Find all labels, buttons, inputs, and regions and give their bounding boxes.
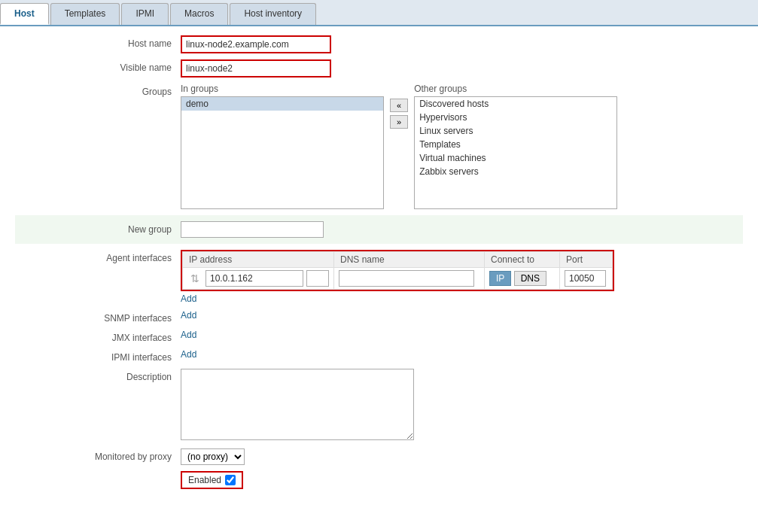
group-transfer-buttons: « » bbox=[390, 84, 408, 129]
dns-name-input[interactable] bbox=[339, 270, 474, 287]
description-textarea[interactable] bbox=[181, 369, 414, 440]
agent-interfaces-label: Agent interfaces bbox=[15, 250, 181, 263]
groups-wrap: In groups demo « » Other groups Discover… bbox=[181, 84, 743, 209]
enabled-label: Enabled bbox=[188, 475, 221, 485]
other-groups-item-0[interactable]: Discovered hosts bbox=[415, 97, 616, 111]
ipmi-interfaces-row: IPMI interfaces Add bbox=[15, 349, 743, 363]
visible-name-label: Visible name bbox=[15, 59, 181, 73]
visible-name-wrap bbox=[181, 59, 743, 78]
tab-templates[interactable]: Templates bbox=[50, 3, 120, 25]
main-content: Host name Visible name Groups In groups … bbox=[0, 26, 758, 504]
snmp-add-link[interactable]: Add bbox=[181, 310, 196, 321]
ipmi-interfaces-label: IPMI interfaces bbox=[15, 349, 181, 363]
tab-ipmi[interactable]: IPMI bbox=[121, 3, 169, 25]
connect-dns-button[interactable]: DNS bbox=[514, 271, 546, 286]
move-right-button[interactable]: » bbox=[390, 115, 408, 129]
agent-dns-cell bbox=[334, 268, 485, 290]
in-groups-panel: In groups demo bbox=[181, 84, 384, 209]
tab-host-inventory[interactable]: Host inventory bbox=[230, 3, 316, 25]
host-name-label: Host name bbox=[15, 35, 181, 49]
enabled-box: Enabled bbox=[181, 471, 243, 489]
groups-container: In groups demo « » Other groups Discover… bbox=[181, 84, 743, 209]
tab-macros[interactable]: Macros bbox=[170, 3, 228, 25]
jmx-add-link[interactable]: Add bbox=[181, 330, 196, 340]
proxy-row: Monitored by proxy (no proxy) bbox=[15, 448, 743, 465]
ip-address-header: IP address bbox=[183, 252, 334, 268]
host-name-row: Host name bbox=[15, 35, 743, 53]
agent-add-link[interactable]: Add bbox=[181, 293, 196, 304]
connect-ip-button[interactable]: IP bbox=[489, 271, 511, 286]
drag-handle-icon[interactable]: ⇅ bbox=[187, 272, 202, 284]
dns-name-header: DNS name bbox=[334, 252, 485, 268]
proxy-label: Monitored by proxy bbox=[15, 448, 181, 462]
jmx-interfaces-row: JMX interfaces Add bbox=[15, 330, 743, 343]
in-groups-item-demo[interactable]: demo bbox=[181, 97, 383, 111]
groups-label: Groups bbox=[15, 84, 181, 97]
host-name-input[interactable] bbox=[181, 35, 331, 53]
other-groups-item-3[interactable]: Templates bbox=[415, 138, 616, 151]
tab-host[interactable]: Host bbox=[0, 3, 49, 25]
other-groups-item-2[interactable]: Linux servers bbox=[415, 124, 616, 138]
enabled-spacer bbox=[15, 471, 181, 474]
visible-name-row: Visible name bbox=[15, 59, 743, 78]
ip-address-input[interactable] bbox=[205, 270, 303, 287]
other-groups-listbox[interactable]: Discovered hosts Hypervisors Linux serve… bbox=[414, 96, 617, 209]
description-wrap bbox=[181, 369, 743, 442]
connect-to-header: Connect to bbox=[485, 252, 560, 268]
ip-suffix-input[interactable] bbox=[306, 270, 329, 287]
ipmi-interfaces-wrap: Add bbox=[181, 349, 743, 360]
snmp-interfaces-wrap: Add bbox=[181, 310, 743, 321]
ipmi-add-link[interactable]: Add bbox=[181, 349, 196, 360]
snmp-interfaces-label: SNMP interfaces bbox=[15, 310, 181, 324]
proxy-select[interactable]: (no proxy) bbox=[181, 448, 245, 465]
jmx-interfaces-wrap: Add bbox=[181, 330, 743, 340]
new-group-row: New group bbox=[15, 215, 743, 244]
other-groups-panel: Other groups Discovered hosts Hypervisor… bbox=[414, 84, 617, 209]
move-left-button[interactable]: « bbox=[390, 99, 408, 112]
visible-name-input[interactable] bbox=[181, 59, 331, 78]
jmx-interfaces-label: JMX interfaces bbox=[15, 330, 181, 343]
port-header: Port bbox=[560, 252, 613, 268]
other-groups-item-1[interactable]: Hypervisors bbox=[415, 111, 616, 124]
agent-connect-cell: IP DNS bbox=[485, 268, 560, 290]
new-group-label: New group bbox=[15, 221, 181, 235]
agent-interface-row: ⇅ IP DNS bbox=[183, 268, 613, 290]
proxy-wrap: (no proxy) bbox=[181, 448, 743, 465]
enabled-wrap: Enabled bbox=[181, 471, 743, 489]
new-group-wrap bbox=[181, 221, 743, 238]
other-groups-item-4[interactable]: Virtual machines bbox=[415, 151, 616, 165]
new-group-input[interactable] bbox=[181, 221, 324, 238]
tab-bar: Host Templates IPMI Macros Host inventor… bbox=[0, 0, 758, 26]
in-groups-label: In groups bbox=[181, 84, 384, 94]
in-groups-listbox[interactable]: demo bbox=[181, 96, 384, 209]
enabled-checkbox[interactable] bbox=[225, 475, 236, 485]
port-input[interactable] bbox=[565, 270, 606, 287]
host-name-wrap bbox=[181, 35, 743, 53]
description-label: Description bbox=[15, 369, 181, 382]
agent-interfaces-row: Agent interfaces IP address DNS name Con… bbox=[15, 250, 743, 304]
description-row: Description bbox=[15, 369, 743, 442]
agent-interfaces-wrap: IP address DNS name Connect to Port ⇅ bbox=[181, 250, 743, 304]
agent-port-cell bbox=[560, 268, 613, 290]
other-groups-item-5[interactable]: Zabbix servers bbox=[415, 165, 616, 178]
enabled-row: Enabled bbox=[15, 471, 743, 489]
other-groups-label: Other groups bbox=[414, 84, 617, 94]
groups-row: Groups In groups demo « » Other groups bbox=[15, 84, 743, 209]
snmp-interfaces-row: SNMP interfaces Add bbox=[15, 310, 743, 324]
agent-ip-cell: ⇅ bbox=[183, 268, 334, 290]
agent-interfaces-table: IP address DNS name Connect to Port ⇅ bbox=[182, 251, 613, 290]
